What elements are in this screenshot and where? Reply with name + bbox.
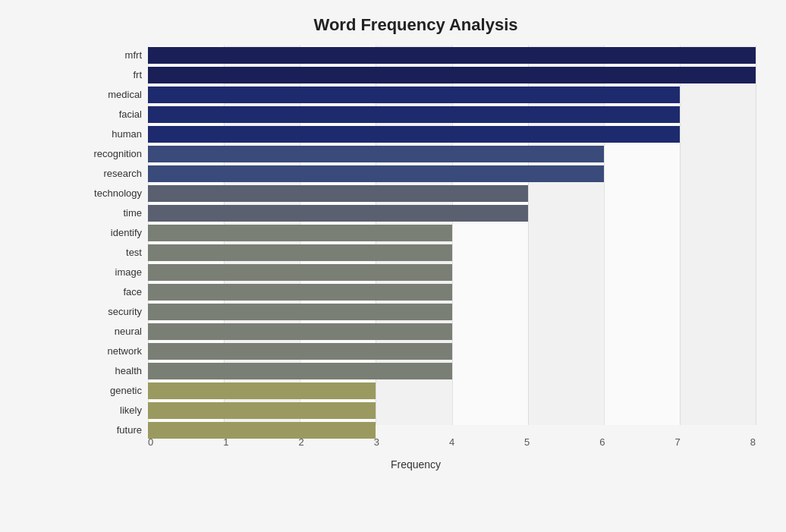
bar-wrap xyxy=(148,323,756,340)
bar-row: network xyxy=(76,342,756,360)
bar-wrap xyxy=(148,106,756,123)
bar xyxy=(148,47,756,64)
chart-container: Word Frequency Analysis mfrtfrtmedicalfa… xyxy=(0,0,786,532)
bar xyxy=(148,363,452,379)
bar-label: time xyxy=(76,207,148,219)
bar-label: research xyxy=(76,168,148,179)
chart-area: mfrtfrtmedicalfacialhumanrecognitionrese… xyxy=(76,46,756,478)
bar-wrap xyxy=(148,304,756,320)
bar-label: mfrt xyxy=(76,49,148,61)
bar xyxy=(148,323,452,340)
bar-wrap xyxy=(148,185,756,202)
bar-label: test xyxy=(76,247,148,258)
bar-wrap xyxy=(148,244,756,261)
bar-label: health xyxy=(76,365,148,376)
bar-row: human xyxy=(76,124,756,143)
bar-row: health xyxy=(76,361,756,380)
x-axis-label: Frequency xyxy=(391,458,441,471)
bar-row: test xyxy=(76,243,756,262)
bar-label: identify xyxy=(76,227,148,238)
chart-title: Word Frequency Analysis xyxy=(76,15,756,35)
bar-label: security xyxy=(76,306,148,317)
bar-wrap xyxy=(148,225,756,241)
bar-row: identify xyxy=(76,223,756,242)
bar-label: technology xyxy=(76,187,148,199)
bar-wrap xyxy=(148,87,756,103)
bar-row: medical xyxy=(76,85,756,104)
bar-wrap xyxy=(148,47,756,64)
x-tick: 4 xyxy=(449,436,454,448)
bar xyxy=(148,244,452,261)
bar-wrap xyxy=(148,402,756,419)
bar-wrap xyxy=(148,343,756,360)
bar-wrap xyxy=(148,126,756,143)
bar-row: facial xyxy=(76,105,756,124)
bar xyxy=(148,185,528,202)
bar-row: frt xyxy=(76,65,756,84)
bar xyxy=(148,343,452,360)
x-tick: 2 xyxy=(298,436,303,448)
bar-label: network xyxy=(76,345,148,357)
bar xyxy=(148,304,452,320)
bar-label: frt xyxy=(76,69,148,80)
bar-label: human xyxy=(76,128,148,140)
bar-wrap xyxy=(148,363,756,379)
bar xyxy=(148,284,452,301)
bar xyxy=(148,205,528,222)
bar-row: security xyxy=(76,302,756,321)
bar-wrap xyxy=(148,205,756,222)
bar-label: likely xyxy=(76,405,148,416)
bar-wrap xyxy=(148,67,756,83)
bar-label: facial xyxy=(76,109,148,120)
bar-row: likely xyxy=(76,401,756,420)
bar xyxy=(148,146,604,162)
bar-row: recognition xyxy=(76,144,756,163)
bar-row: face xyxy=(76,282,756,301)
bar xyxy=(148,106,680,123)
bar-row: genetic xyxy=(76,381,756,400)
bar-row: mfrt xyxy=(76,46,756,65)
x-tick: 5 xyxy=(524,436,530,448)
bar-label: face xyxy=(76,286,148,297)
bar xyxy=(148,165,604,182)
bar xyxy=(148,225,452,241)
bar-wrap xyxy=(148,264,756,281)
bar xyxy=(148,126,680,143)
bar-wrap xyxy=(148,284,756,301)
x-tick: 8 xyxy=(750,436,756,448)
bar-label: genetic xyxy=(76,385,148,396)
x-tick: 3 xyxy=(374,436,379,448)
bar-row: image xyxy=(76,263,756,282)
x-axis: 012345678 xyxy=(148,436,756,448)
x-tick: 0 xyxy=(148,436,153,448)
bar-wrap xyxy=(148,146,756,162)
bar-row: time xyxy=(76,203,756,222)
bar xyxy=(148,264,452,281)
bar xyxy=(148,67,756,83)
bar xyxy=(148,402,376,419)
bar-label: future xyxy=(76,424,148,436)
bar-wrap xyxy=(148,382,756,399)
bar-label: image xyxy=(76,266,148,278)
x-tick: 7 xyxy=(675,436,681,448)
x-tick: 6 xyxy=(599,436,605,448)
bar-row: research xyxy=(76,164,756,183)
bar xyxy=(148,87,680,103)
x-tick: 1 xyxy=(223,436,228,448)
bar-wrap xyxy=(148,165,756,182)
bar xyxy=(148,382,376,399)
bar-label: recognition xyxy=(76,148,148,159)
bars-section: mfrtfrtmedicalfacialhumanrecognitionrese… xyxy=(76,46,756,425)
bar-row: neural xyxy=(76,322,756,341)
grid-line xyxy=(756,46,756,425)
bar-label: neural xyxy=(76,326,148,337)
bar-row: technology xyxy=(76,184,756,203)
bar-label: medical xyxy=(76,89,148,100)
